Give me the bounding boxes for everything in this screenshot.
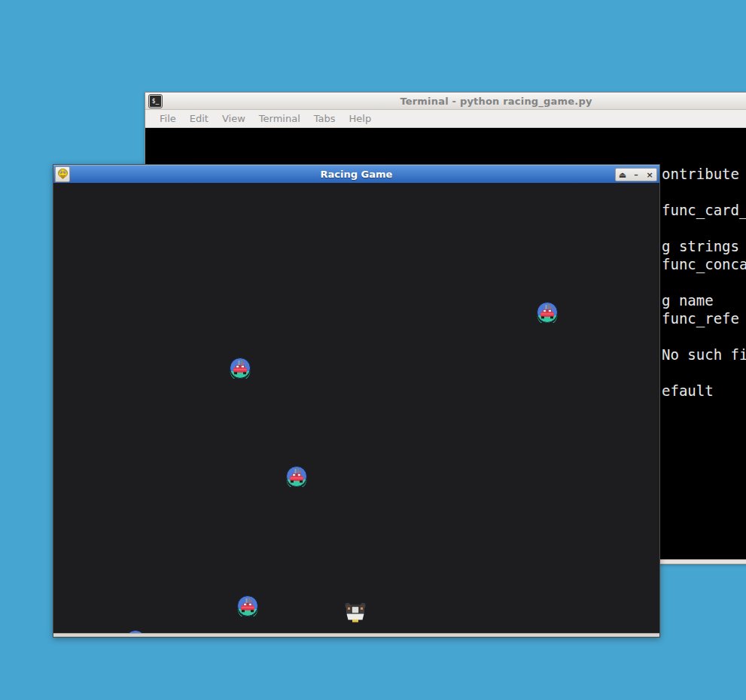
- menu-item-edit[interactable]: Edit: [183, 113, 215, 124]
- terminal-titlebar[interactable]: $_ Terminal - python racing_game.py: [145, 93, 746, 110]
- shade-button[interactable]: ⏏: [616, 169, 629, 181]
- menu-item-tabs[interactable]: Tabs: [307, 113, 343, 124]
- menu-item-view[interactable]: View: [215, 113, 252, 124]
- terminal-output-fragment: No such fi: [662, 345, 746, 364]
- terminal-output-fragment: g name: [662, 291, 714, 309]
- game-window-buttons: ⏏–×: [615, 168, 657, 181]
- game-window-bottom-frame: [53, 633, 659, 637]
- terminal-output-fragment: ontribute: [662, 165, 739, 183]
- terminal-output-fragment: func_refe: [662, 309, 739, 327]
- enemy-car-sprite: [537, 302, 558, 323]
- terminal-title: Terminal - python racing_game.py: [145, 96, 746, 107]
- terminal-icon: $_: [149, 95, 162, 108]
- pygame-snake-icon: [57, 169, 69, 181]
- game-window-title: Racing Game: [53, 169, 659, 180]
- terminal-output-fragment: func_card_: [662, 201, 746, 219]
- game-titlebar[interactable]: Racing Game ⏏–×: [53, 165, 659, 183]
- enemy-car-sprite: [230, 358, 251, 379]
- window-menu-button[interactable]: [55, 166, 70, 182]
- game-canvas[interactable]: [53, 183, 659, 633]
- racing-game-window[interactable]: Racing Game ⏏–×: [53, 164, 660, 638]
- menu-item-help[interactable]: Help: [343, 113, 379, 124]
- terminal-output-fragment: efault: [662, 382, 714, 400]
- terminal-output-fragment: func_conca: [662, 255, 746, 273]
- terminal-menubar: FileEditViewTerminalTabsHelp: [145, 110, 746, 128]
- terminal-output-fragment: g strings: [662, 237, 739, 255]
- player-car-sprite: [344, 601, 367, 622]
- enemy-car-sprite: [125, 630, 146, 633]
- menu-item-terminal[interactable]: Terminal: [252, 113, 307, 124]
- menu-item-file[interactable]: File: [153, 113, 183, 124]
- enemy-car-sprite: [286, 466, 307, 487]
- minimize-button[interactable]: –: [629, 169, 643, 181]
- desktop: { "desktop": { "background_color": "#47a…: [0, 0, 746, 700]
- close-button[interactable]: ×: [643, 169, 656, 181]
- enemy-car-sprite: [237, 595, 258, 616]
